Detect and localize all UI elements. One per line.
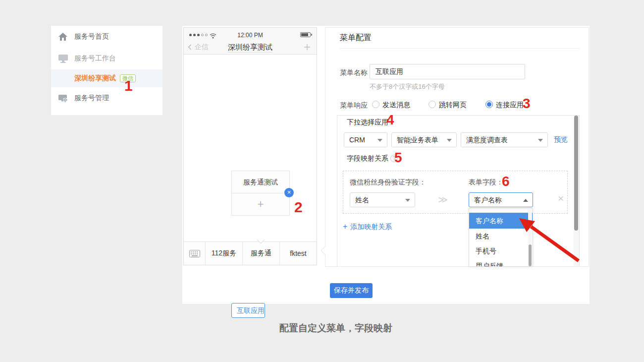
submenu-item[interactable]: 服务通测试 bbox=[231, 171, 290, 193]
sidebar-item-label: 服务号管理 bbox=[74, 94, 109, 103]
phone-clock: 12:00 PM bbox=[184, 32, 317, 39]
annotation-number-1: 1 bbox=[124, 77, 133, 94]
sidebar-item-shenzhen-test[interactable]: 深圳纷享测试 微信 bbox=[51, 69, 162, 87]
app-dropdown-form[interactable]: 满意度调查表 bbox=[461, 132, 548, 147]
radio-jump-webpage[interactable] bbox=[429, 101, 436, 108]
double-chevron-icon: ≫ bbox=[438, 194, 448, 205]
app-select-title: 下拉选择应用 bbox=[347, 118, 388, 127]
menu-tab-fuwutong[interactable]: 服务通 bbox=[243, 242, 280, 265]
sidebar-item-label: 服务号工作台 bbox=[74, 54, 116, 63]
sidebar-item-manage[interactable]: 服务号管理 bbox=[51, 87, 162, 109]
phone-header: 12:00 PM 企信 深圳纷享测试 + bbox=[184, 28, 317, 55]
annotation-number-4: 4 bbox=[386, 112, 394, 128]
wechat-field-dropdown[interactable]: 姓名 bbox=[350, 192, 415, 207]
panel-title: 菜单配置 bbox=[340, 33, 372, 43]
phone-preview: 12:00 PM 企信 深圳纷享测试 + 112服务 服务通 fktest bbox=[183, 27, 317, 265]
phone-title: 深圳纷享测试 bbox=[184, 43, 317, 52]
remove-mapping-icon[interactable]: × bbox=[558, 192, 564, 204]
sidebar-item-label: 服务号首页 bbox=[74, 32, 109, 41]
chevron-down-icon bbox=[447, 139, 452, 142]
sidebar-item-label: 深圳纷享测试 bbox=[74, 74, 116, 83]
page-caption: 配置自定义菜单，字段映射 bbox=[279, 322, 392, 335]
add-icon[interactable]: + bbox=[304, 40, 311, 54]
menu-name-label: 菜单名称 bbox=[340, 68, 368, 77]
sidebar-item-home[interactable]: 服务号首页 bbox=[51, 26, 162, 48]
plus-icon: + bbox=[258, 198, 264, 210]
menu-response-label: 菜单响应 bbox=[340, 101, 368, 110]
annotation-arrow bbox=[510, 217, 585, 264]
add-mapping-link[interactable]: +添加映射关系 bbox=[343, 222, 392, 232]
battery-icon bbox=[300, 32, 311, 37]
menu-name-input[interactable] bbox=[370, 64, 525, 79]
close-icon: × bbox=[287, 188, 291, 196]
phone-nav-bar: 企信 深圳纷享测试 + bbox=[184, 42, 317, 55]
keyboard-icon bbox=[189, 250, 200, 257]
chevron-down-icon bbox=[405, 199, 410, 202]
form-field-label: 表单字段： bbox=[469, 178, 503, 187]
radio-send-message[interactable] bbox=[372, 101, 379, 108]
submenu-add-item[interactable]: + bbox=[231, 193, 290, 216]
chevron-up-icon bbox=[523, 199, 528, 202]
phone-status-bar: 12:00 PM bbox=[184, 28, 317, 42]
monitor-icon bbox=[58, 54, 68, 63]
radio-label[interactable]: 跳转网页 bbox=[439, 101, 467, 110]
sidebar: 服务号首页 服务号工作台 深圳纷享测试 微信 服务号管理 bbox=[51, 26, 162, 115]
home-icon bbox=[58, 32, 68, 42]
chevron-down-icon bbox=[538, 139, 543, 142]
menu-tab-fktest[interactable]: fktest bbox=[280, 242, 317, 265]
annotation-number-2: 2 bbox=[294, 199, 303, 216]
app-dropdown-module[interactable]: 智能业务表单 bbox=[391, 132, 457, 147]
monitor-gear-icon bbox=[58, 93, 68, 103]
radio-label[interactable]: 连接应用 bbox=[496, 101, 524, 110]
submenu-popup: 服务通测试 互联应用 + bbox=[231, 171, 290, 216]
submenu-item-selected[interactable]: 互联应用 bbox=[231, 303, 265, 318]
sidebar-item-workbench[interactable]: 服务号工作台 bbox=[51, 48, 162, 69]
menu-tab-112[interactable]: 112服务 bbox=[206, 242, 243, 265]
plus-icon: + bbox=[343, 222, 347, 231]
radio-label[interactable]: 发送消息 bbox=[382, 101, 410, 110]
delete-menu-item-button[interactable]: × bbox=[284, 188, 294, 197]
menu-name-hint: 不多于8个汉字或16个字母 bbox=[370, 82, 445, 91]
app-dropdown-crm[interactable]: CRM bbox=[344, 132, 387, 147]
annotation-number-5: 5 bbox=[394, 150, 402, 166]
section-scrollbar-thumb[interactable] bbox=[574, 116, 578, 231]
form-field-dropdown[interactable]: 客户名称 bbox=[469, 192, 533, 207]
keyboard-toggle[interactable] bbox=[184, 242, 206, 265]
preview-link[interactable]: 预览 bbox=[554, 135, 568, 144]
wechat-field-label: 微信粉丝身份验证字段： bbox=[350, 178, 426, 187]
phone-menu-bar: 112服务 服务通 fktest bbox=[184, 241, 317, 265]
chevron-down-icon bbox=[377, 139, 382, 142]
save-publish-button[interactable]: 保存并发布 bbox=[330, 283, 373, 298]
radio-connect-app[interactable] bbox=[485, 101, 493, 108]
annotation-number-3: 3 bbox=[523, 96, 531, 112]
title-divider bbox=[340, 48, 580, 49]
option-item-clipped[interactable]: 企 bbox=[469, 208, 533, 213]
annotation-number-6: 6 bbox=[502, 174, 510, 189]
field-mapping-title: 字段映射关系 bbox=[347, 154, 388, 163]
